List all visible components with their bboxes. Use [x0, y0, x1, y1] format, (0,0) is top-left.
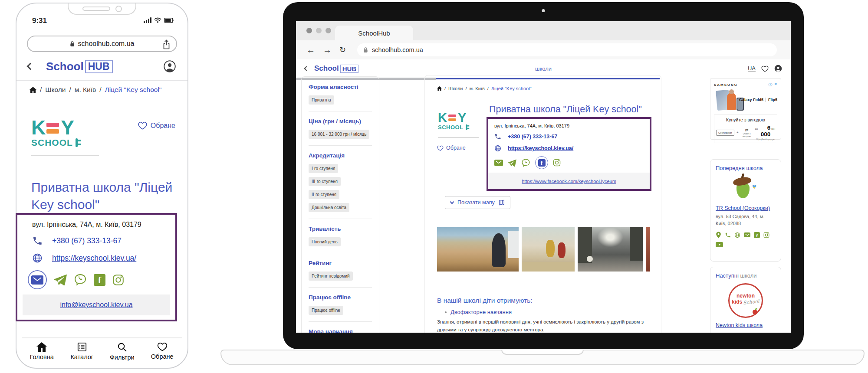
- bullet-dot: [445, 311, 447, 313]
- breadcrumb-item[interactable]: Школи: [45, 86, 66, 94]
- ad-info-icon[interactable]: ⓘ: [768, 82, 772, 88]
- viber-icon[interactable]: [521, 158, 530, 167]
- filter-chip[interactable]: Приватна: [309, 95, 334, 105]
- filter-chip[interactable]: І-го ступеня: [309, 164, 338, 173]
- schoolhub-logo-primary[interactable]: School: [46, 60, 84, 73]
- phone-speaker: [82, 7, 110, 11]
- breadcrumb-sep: /: [99, 86, 101, 94]
- status-time: 9:31: [32, 16, 47, 25]
- favorite-button[interactable]: Обране: [437, 145, 466, 151]
- language-switcher[interactable]: UA: [748, 65, 756, 72]
- back-chevron-icon[interactable]: [304, 66, 309, 71]
- facebook-icon[interactable]: f: [94, 274, 105, 286]
- telegram-icon[interactable]: [508, 159, 516, 167]
- signal-icon: [144, 17, 151, 23]
- school-website-link[interactable]: https://keyschool.kiev.ua/: [52, 254, 136, 263]
- next-school-link[interactable]: Newton kids школа: [716, 322, 776, 328]
- school-facebook-link[interactable]: https://www.facebook.com/keyschool.lyceu…: [522, 179, 616, 184]
- ad-brand: SAMSUNG: [714, 83, 738, 87]
- location-pin-icon[interactable]: [716, 232, 721, 239]
- website-row: https://keyschool.kiev.ua/: [32, 253, 171, 263]
- key-glyph-icon: [75, 138, 81, 147]
- filter-chip[interactable]: 16 001 - 32 000 грн / місяць: [309, 130, 369, 139]
- close-window-icon[interactable]: [306, 28, 312, 33]
- school-photo-3[interactable]: [578, 227, 643, 272]
- breadcrumb-item[interactable]: м. Київ: [470, 86, 485, 91]
- telegram-icon[interactable]: [54, 274, 67, 285]
- filter-chip[interactable]: Повний день: [309, 237, 341, 246]
- school-phone-link[interactable]: +380 (67) 333-13-67: [508, 134, 557, 140]
- ad-card[interactable]: SAMSUNG ⓘ ✕ Galaxy Fold5 Flip5: [710, 78, 781, 140]
- instagram-icon[interactable]: [553, 159, 561, 167]
- ad-product-names: Galaxy Fold5 Flip5: [739, 98, 777, 102]
- account-icon[interactable]: [163, 60, 176, 73]
- photo-detail: [558, 242, 566, 258]
- filter-chip[interactable]: Рейтинг невідомий: [309, 272, 353, 281]
- home-icon[interactable]: [437, 86, 442, 91]
- favorite-label: Обране: [151, 122, 175, 130]
- breadcrumb-item[interactable]: м. Київ: [75, 86, 96, 94]
- filter-chip[interactable]: Дошкільна освіта: [309, 203, 349, 212]
- back-button[interactable]: ←: [306, 45, 315, 55]
- photo-detail: [587, 256, 593, 262]
- address-bar[interactable]: schoolhub.com.ua: [357, 43, 777, 56]
- globe-icon: [32, 253, 43, 263]
- instagram-icon[interactable]: [763, 232, 769, 238]
- bottom-nav: Головна Каталог Фильтри Обране: [22, 337, 182, 364]
- schoolhub-logo-secondary[interactable]: HUB: [85, 60, 113, 73]
- account-icon[interactable]: [774, 65, 782, 72]
- nav-schools[interactable]: школи: [535, 65, 552, 72]
- previous-school-link[interactable]: TR School (Осокорки): [716, 205, 776, 211]
- zoom-window-icon[interactable]: [326, 28, 331, 33]
- browser-tab[interactable]: SchoolHub: [335, 26, 413, 40]
- catalog-icon: [77, 342, 87, 352]
- school-phone-link[interactable]: +380 (67) 333-13-67: [52, 236, 122, 245]
- viber-icon[interactable]: [74, 273, 87, 286]
- forward-button[interactable]: →: [323, 45, 332, 55]
- show-map-button[interactable]: Показати мапу: [445, 196, 510, 209]
- back-chevron-icon[interactable]: [27, 63, 34, 70]
- share-icon[interactable]: [162, 39, 171, 50]
- filter-chip[interactable]: Працює offline: [309, 306, 343, 315]
- school-photo-1[interactable]: [437, 227, 519, 272]
- nav-favorites[interactable]: Обране: [145, 342, 179, 364]
- youtube-icon[interactable]: [716, 242, 723, 247]
- ad-product-image[interactable]: Galaxy Fold5 Flip5: [714, 89, 777, 113]
- wifi-icon: [154, 17, 161, 23]
- nav-catalog[interactable]: Каталог: [65, 342, 99, 364]
- status-icons: [144, 17, 174, 23]
- filter-chip[interactable]: ІІ-го ступеня: [309, 190, 339, 199]
- instagram-icon[interactable]: [112, 274, 124, 286]
- email-icon[interactable]: [744, 232, 750, 237]
- school-website-link[interactable]: https://keyschool.kiev.ua/: [508, 145, 573, 151]
- breadcrumb-current: Ліцей "Key school": [491, 86, 532, 91]
- favorite-button[interactable]: Обране: [138, 121, 175, 130]
- schoolhub-logo-primary[interactable]: School: [314, 64, 339, 73]
- facebook-icon-selected[interactable]: f: [535, 156, 548, 169]
- nav-filters[interactable]: Фильтри: [105, 342, 139, 364]
- email-icon-selected[interactable]: [28, 270, 47, 289]
- filter-chip[interactable]: ІІІ-го ступеня: [309, 177, 341, 186]
- phone-url-bar[interactable]: schoolhub.com.ua: [27, 36, 177, 52]
- schoolhub-logo-secondary[interactable]: HUB: [340, 65, 359, 73]
- window-controls[interactable]: [306, 28, 331, 33]
- nav-home[interactable]: Головна: [25, 342, 59, 364]
- phone-icon[interactable]: [725, 232, 731, 238]
- feature-label[interactable]: Двофакторне навчання: [450, 309, 512, 315]
- reload-button[interactable]: ↻: [339, 45, 346, 55]
- minimize-window-icon[interactable]: [316, 28, 322, 33]
- school-photo-2[interactable]: [522, 227, 575, 272]
- ad-close-icon[interactable]: ✕: [774, 82, 777, 88]
- facebook-icon[interactable]: f: [754, 232, 760, 238]
- laptop-camera: [542, 9, 545, 12]
- school-photo-4[interactable]: [646, 227, 650, 272]
- email-icon[interactable]: [494, 160, 503, 166]
- filter-title: Акредитація: [309, 152, 372, 159]
- breadcrumb-sep: /: [444, 86, 446, 91]
- breadcrumb-item[interactable]: Школи: [448, 86, 463, 91]
- heart-icon[interactable]: [761, 65, 769, 72]
- home-icon[interactable]: [30, 87, 36, 93]
- filter-title: Рейтинг: [309, 260, 372, 266]
- school-email-link[interactable]: info@keyschool.kiev.ua: [60, 301, 132, 308]
- globe-icon[interactable]: [734, 232, 740, 238]
